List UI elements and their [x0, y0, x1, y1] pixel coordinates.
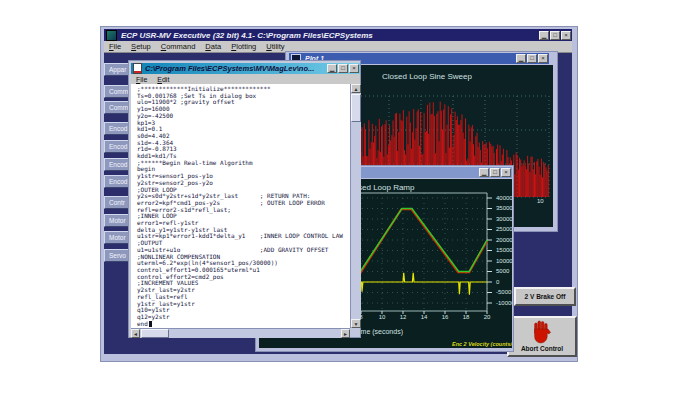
- desktop: ECP USR-MV Executive (32 bit) 4.1- C:\Pr…: [0, 0, 688, 400]
- menu-item-plotting[interactable]: Plotting: [226, 42, 261, 51]
- close-button[interactable]: ×: [538, 54, 548, 63]
- maximize-button[interactable]: □: [550, 31, 560, 40]
- ramp-window-controls: ▁□×: [479, 168, 512, 177]
- main-titlebar[interactable]: ECP USR-MV Executive (32 bit) 4.1- C:\Pr…: [104, 29, 572, 41]
- main-window-controls: ▁□×: [539, 31, 572, 40]
- menu-item-edit[interactable]: Edit: [152, 76, 174, 83]
- brake-button[interactable]: 2 V Brake Off: [514, 287, 576, 306]
- menu-item-file[interactable]: File: [131, 76, 152, 83]
- y-tick-label: 35000: [496, 205, 512, 211]
- menu-item-utility[interactable]: Utility: [261, 42, 289, 51]
- sidebar-button-encod-6[interactable]: Encod: [104, 175, 129, 188]
- scroll-right-icon[interactable]: ►: [341, 329, 350, 338]
- app-icon: [106, 30, 117, 41]
- scroll-up-icon[interactable]: ▲: [351, 84, 361, 93]
- vertical-scrollbar[interactable]: ▲ ▼: [350, 84, 361, 328]
- scroll-left-icon[interactable]: ◄: [131, 329, 140, 338]
- menu-item-data[interactable]: Data: [200, 42, 226, 51]
- y-tick-label: 15000: [496, 247, 512, 253]
- scrollbar-corner: [350, 328, 360, 337]
- sidebar-panel: ApparCommCommEncodEncodEncodEncodContrMo…: [104, 57, 129, 307]
- close-button[interactable]: ×: [349, 64, 359, 73]
- scroll-down-icon[interactable]: ▼: [351, 319, 361, 328]
- abort-control-panel[interactable]: Abort Control: [507, 316, 577, 357]
- editor-window: C:\Program Files\ECPSystems\MV\MagLev\no…: [128, 60, 361, 338]
- sidebar-button-encod-3[interactable]: Encod: [104, 122, 129, 135]
- y-tick-label: -5000: [496, 289, 512, 295]
- y-tick-label: -10000: [496, 300, 512, 306]
- abort-control-label: Abort Control: [521, 345, 563, 352]
- trace: [355, 273, 487, 295]
- y-tick-label: 5000: [496, 268, 512, 274]
- editor-titlebar[interactable]: C:\Program Files\ECPSystems\MV\MagLev\no…: [131, 63, 360, 74]
- x-tick-label: 10: [375, 314, 389, 320]
- x-tick-label: 14: [417, 314, 431, 320]
- y-tick-label: 10000: [496, 258, 512, 264]
- maximize-button[interactable]: □: [338, 64, 348, 73]
- sidebar-button-encod-4[interactable]: Encod: [104, 140, 129, 153]
- sweep-x-tick-label: 10: [537, 198, 544, 204]
- x-tick-label: 16: [438, 314, 452, 320]
- sidebar-button-comm-2[interactable]: Comm: [104, 101, 129, 114]
- sidebar-button-motor-9[interactable]: Motor: [104, 231, 129, 244]
- minimize-button[interactable]: ▁: [539, 31, 549, 40]
- sweep-chart-title: Closed Loop Sine Sweep: [382, 72, 472, 81]
- ramp-x-axis-label: Time (seconds): [355, 328, 403, 335]
- sidebar-button-appar-0[interactable]: Appar: [104, 63, 129, 76]
- vertical-scroll-thumb[interactable]: [351, 94, 361, 122]
- code-text-area[interactable]: ;*************Initialize************* Ts…: [131, 84, 350, 328]
- sidebar-button-encod-5[interactable]: Encod: [104, 158, 129, 171]
- minimize-button[interactable]: ▁: [327, 64, 337, 73]
- horizontal-scroll-thumb[interactable]: [141, 329, 169, 338]
- sidebar-button-contr-7[interactable]: Contr: [104, 196, 129, 209]
- y-tick-label: 20000: [496, 237, 512, 243]
- editor-title: C:\Program Files\ECPSystems\MV\MagLev\no…: [145, 64, 314, 73]
- menu-item-file[interactable]: File: [104, 42, 126, 51]
- code-text: ;*************Initialize************* Ts…: [131, 84, 350, 327]
- y-tick-label: 25000: [496, 226, 512, 232]
- x-tick-label: 18: [459, 314, 473, 320]
- horizontal-scrollbar[interactable]: ◄ ►: [131, 328, 350, 338]
- legend-velocity: Enc 2 Velocity (counts/s): [452, 341, 512, 347]
- plot1-window-controls: ▁□×: [516, 54, 549, 63]
- y-tick-label: 0: [496, 279, 512, 285]
- menu-item-command[interactable]: Command: [156, 42, 201, 51]
- minimize-button[interactable]: ▁: [516, 54, 526, 63]
- y-tick-label: 30000: [496, 216, 512, 222]
- stop-hand-icon: [531, 320, 553, 344]
- x-tick-label: 12: [396, 314, 410, 320]
- y-tick-label: 40000: [496, 195, 512, 201]
- close-button[interactable]: ×: [501, 168, 511, 177]
- maximize-button[interactable]: □: [527, 54, 537, 63]
- sidebar-button-servo-10[interactable]: Servo: [104, 249, 129, 262]
- app-title: ECP USR-MV Executive (32 bit) 4.1- C:\Pr…: [121, 31, 373, 40]
- sidebar-button-comm-1[interactable]: Comm: [104, 85, 129, 98]
- close-button[interactable]: ×: [561, 31, 571, 40]
- maximize-button[interactable]: □: [490, 168, 500, 177]
- x-tick-label: 20: [480, 314, 494, 320]
- editor-menubar: FileEdit: [131, 74, 360, 84]
- menu-item-setup[interactable]: Setup: [126, 42, 156, 51]
- document-icon: [133, 63, 142, 74]
- sidebar-button-motor-8[interactable]: Motor: [104, 214, 129, 227]
- text-caret: [149, 321, 152, 327]
- minimize-button[interactable]: ▁: [479, 168, 489, 177]
- editor-window-controls: ▁□×: [327, 64, 360, 73]
